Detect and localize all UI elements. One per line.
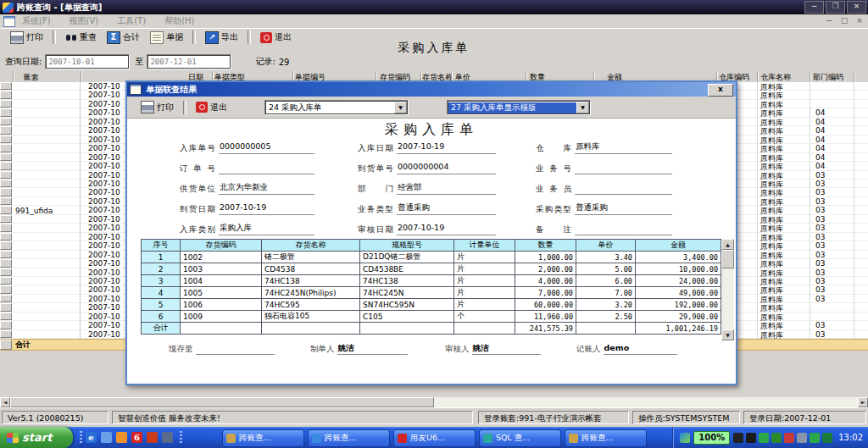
chevron-down-icon[interactable]: ▼ [394,102,407,113]
row-selector[interactable] [0,162,12,169]
form-field-value[interactable]: 2007-10-19 [397,223,496,235]
dialog-titlebar[interactable]: 单据联查结果 [127,82,736,97]
row-selector[interactable] [0,259,12,267]
form-field-value[interactable]: 0000000005 [219,141,314,154]
taskbar-grip[interactable] [80,431,82,444]
row-selector[interactable] [0,215,12,223]
row-selector[interactable] [0,340,12,350]
scroll-right-icon[interactable]: ► [858,397,868,407]
row-selector[interactable] [0,108,12,116]
taskbar-grip[interactable] [180,431,182,444]
form-field-value[interactable]: 经营部 [397,182,496,195]
form-field-value[interactable]: 普通采购 [575,202,672,215]
mdi-minimize-icon[interactable]: − [822,16,836,27]
row-selector[interactable] [0,171,12,179]
row-selector[interactable] [0,312,12,320]
window-icon[interactable] [101,432,112,443]
form-field-value[interactable]: 2007-10-19 [397,141,496,154]
footer-field-value[interactable]: 姚洁 [337,343,408,355]
task-button-3[interactable]: SQL 查... [479,429,561,447]
row-selector[interactable] [0,188,12,196]
orange-ball-icon[interactable] [116,432,127,443]
play-icon[interactable] [810,433,820,443]
window-titlebar[interactable]: 跨账查询 - [单据查询] − ❐ × [0,0,868,14]
doc-type-select[interactable]: 24 采购入库单 ▼ [264,100,409,115]
items-row[interactable]: 21003CD4538CD4538BE片2,000.005.0010,000.0… [142,263,721,275]
minimize-icon[interactable]: − [804,1,824,14]
footer-field-value[interactable] [196,343,275,355]
close-icon[interactable]: × [847,1,866,14]
menu-item-1[interactable]: 视图(V) [70,15,99,27]
media-icon[interactable] [759,433,769,443]
date-to-input[interactable] [147,54,231,69]
items-row[interactable]: 4100574HC245N(Philips)74HC245N片7,000.007… [142,287,721,299]
task-button-1[interactable]: 跨账查... [308,429,390,447]
dialog-exit-button[interactable]: 退出 [191,98,232,116]
row-selector[interactable] [0,144,12,152]
footer-field-value[interactable]: 姚洁 [472,343,541,355]
circle-back-icon[interactable] [746,433,756,443]
row-selector[interactable] [0,136,12,143]
form-field-value[interactable]: 普通采购 [397,202,496,215]
scroll-down-icon[interactable]: ▼ [721,329,734,340]
start-button[interactable]: start [0,427,73,448]
task-button-4[interactable]: 跨账查... [565,429,647,447]
row-selector[interactable] [0,330,12,338]
form-field-value[interactable]: 北京为华新业 [219,182,314,195]
row-selector[interactable] [0,91,12,98]
form-field-value[interactable]: 原料库 [575,141,672,154]
row-selector[interactable] [0,126,12,134]
red-grid-icon[interactable] [147,432,158,443]
row-selector[interactable] [0,277,12,285]
input-indicator-icon[interactable] [680,433,690,443]
monitor-x-icon[interactable] [784,433,794,443]
scroll-left-icon[interactable]: ◄ [0,397,10,407]
row-selector[interactable] [0,118,12,125]
menu-item-3[interactable]: 帮助(H) [164,15,194,27]
form-field-value[interactable] [575,182,672,195]
task-button-2[interactable]: 用友U6... [393,429,476,447]
items-row[interactable]: 合计241,575.391,001,246.19 [142,323,721,335]
row-selector[interactable] [0,241,12,249]
form-field-value[interactable]: 2007-10-19 [219,202,314,215]
form-field-value[interactable]: 0000000004 [397,162,496,174]
scrollbar-thumb[interactable] [721,250,734,268]
task-button-0[interactable]: 跨账查... [222,429,304,447]
scroll-up-icon[interactable]: ▲ [721,239,734,250]
form-field-value[interactable] [575,162,672,174]
computer-icon[interactable] [162,432,173,443]
lock-icon[interactable] [771,433,782,443]
row-selector[interactable] [0,100,12,108]
battery-100-indicator[interactable]: 100% [693,431,730,445]
date-from-input[interactable] [45,54,130,69]
dialog-print-button[interactable]: 打印 [136,98,179,116]
restore-icon[interactable]: ❐ [826,1,845,14]
ie-icon[interactable]: e [86,432,97,443]
chevron-down-icon[interactable]: ▼ [576,102,589,113]
spreadsheet-icon[interactable] [822,433,832,443]
row-selector[interactable] [0,153,12,161]
footer-field-value[interactable]: demo [604,343,677,355]
row-selector[interactable] [0,206,12,213]
row-selector[interactable] [0,233,12,241]
menu-item-2[interactable]: 工具(T) [117,15,146,27]
menu-item-0[interactable]: 系统(F) [22,15,51,27]
horizontal-scrollbar[interactable]: ◄ ► [0,397,868,407]
mdi-close-icon[interactable]: × [853,16,866,27]
row-selector[interactable] [0,224,12,231]
row-selector[interactable] [0,285,12,293]
items-scrollbar[interactable]: ▲ ▼ [721,239,734,340]
row-selector[interactable] [0,268,12,276]
row-selector[interactable] [0,321,12,329]
items-row[interactable]: 61009独石电容105C105个11,960.002.5029,900.00 [142,311,721,323]
form-field-value[interactable] [219,162,314,174]
items-row[interactable]: 3100474HC13874HC138片4,000.006.0024,000.0… [142,275,721,287]
form-field-value[interactable] [575,223,672,235]
row-selector[interactable] [0,82,12,90]
template-select[interactable]: 27 采购入库单显示模版 ▼ [447,100,591,115]
row-selector[interactable] [0,180,12,187]
row-selector[interactable] [0,197,12,205]
close-icon[interactable]: x [708,84,733,97]
scrollbar-thumb[interactable] [10,397,434,407]
plug-icon[interactable] [733,433,743,443]
